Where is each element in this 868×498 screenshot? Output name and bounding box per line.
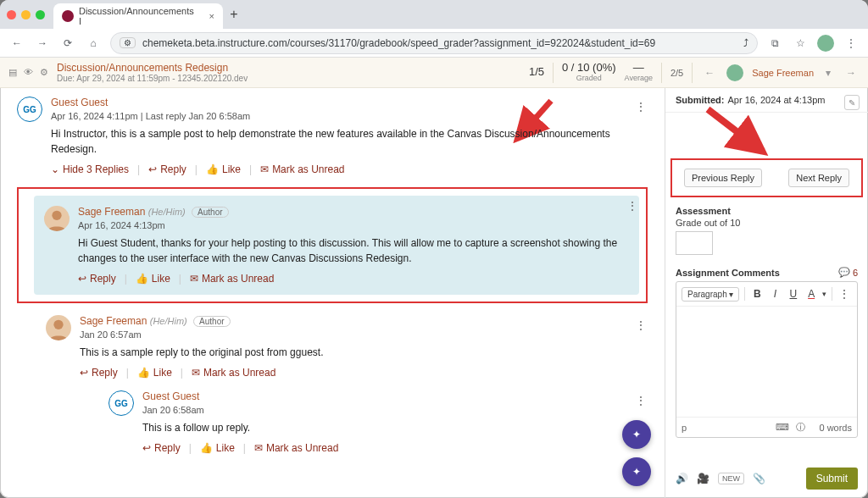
nested-reply-post: GG ⋮ Guest Guest Jan 20 6:58am This is a… (108, 390, 648, 454)
italic-button[interactable]: I (768, 285, 782, 302)
back-button[interactable]: ← (8, 37, 25, 49)
accessibility-checker-icon[interactable]: ⓘ (796, 421, 805, 434)
speedgrader-header: ▤ 👁 ⚙ Discussion/Announcements Redesign … (0, 58, 868, 88)
post-timestamp: Jan 20 6:57am (80, 329, 648, 340)
bold-button[interactable]: B (750, 285, 765, 302)
url-text: chemeketa.beta.instructure.com/courses/3… (142, 37, 655, 49)
keyboard-icon[interactable]: ⌨ (776, 422, 789, 433)
comments-count[interactable]: 💬 6 (838, 267, 858, 278)
mark-unread-button[interactable]: ✉ Mark as Unread (260, 163, 344, 175)
post-menu-icon[interactable]: ⋮ (635, 394, 648, 407)
post-timestamp: Jan 20 6:58am (142, 405, 648, 415)
audio-comment-icon[interactable]: 🔊 (676, 473, 688, 484)
student-name[interactable]: Sage Freeman (752, 68, 814, 78)
avatar[interactable] (44, 206, 70, 231)
reply-button[interactable]: ↩ Reply (80, 367, 118, 379)
maximize-window-icon[interactable] (36, 10, 45, 19)
position-metric: 1/5 (529, 66, 544, 78)
avatar[interactable] (46, 315, 71, 340)
more-tools-icon[interactable]: ⋮ (837, 285, 852, 302)
toggle-replies-button[interactable]: Hide 3 Replies (51, 163, 129, 175)
post-menu-icon[interactable]: ⋮ (635, 100, 648, 113)
avatar[interactable]: GG (108, 390, 134, 416)
mark-unread-button[interactable]: ✉ Mark as Unread (192, 367, 275, 379)
original-post: GG ⋮ Guest Guest Apr 16, 2024 4:11pm | L… (17, 97, 648, 175)
reply-nav-box: Previous Reply Next Reply (670, 158, 863, 197)
submit-button[interactable]: Submit (806, 468, 858, 490)
student-avatar[interactable] (726, 64, 743, 81)
forward-button[interactable]: → (34, 37, 51, 49)
browser-menu-icon[interactable]: ⋮ (843, 37, 860, 49)
author-name[interactable]: Guest Guest (142, 390, 199, 402)
assessment-heading: Assessment (665, 201, 868, 218)
previous-reply-button[interactable]: Previous Reply (684, 169, 762, 187)
author-name[interactable]: Guest Guest (51, 97, 108, 108)
reply-button[interactable]: ↩ Reply (142, 442, 181, 454)
site-settings-icon[interactable]: ⚙ (120, 37, 136, 48)
author-pronouns: (He/Him) (148, 207, 186, 217)
visibility-icon[interactable]: 👁 (24, 67, 33, 78)
extensions-icon[interactable]: ⧉ (766, 37, 783, 49)
post-content: Hi Instructor, this is a sample post to … (51, 126, 648, 157)
chevron-down-icon (51, 163, 59, 175)
post-timestamp: Apr 16, 2024 4:13pm (78, 220, 629, 230)
discussion-pane: GG ⋮ Guest Guest Apr 16, 2024 4:11pm | L… (0, 88, 665, 498)
like-button[interactable]: 👍 Like (136, 273, 170, 285)
tab-title: Discussion/Announcements I (79, 6, 199, 26)
close-tab-icon[interactable]: × (209, 11, 214, 21)
chevron-down-icon: ▾ (729, 290, 733, 299)
like-button[interactable]: 👍 Like (200, 442, 235, 454)
student-dropdown-icon[interactable]: ▾ (822, 67, 834, 79)
favicon-icon (62, 10, 74, 22)
like-button[interactable]: 👍 Like (137, 367, 172, 379)
post-menu-icon[interactable]: ⋮ (626, 199, 639, 213)
window-controls[interactable] (7, 10, 45, 19)
grade-out-of-label: Grade out of 10 (665, 218, 868, 228)
mark-unread-button[interactable]: ✉ Mark as Unread (190, 273, 274, 285)
accessibility-button[interactable]: ✦ (622, 457, 651, 486)
editor-toolbar: Paragraph ▾ B I U A ▾ ⋮ (676, 282, 857, 307)
pin-icon[interactable]: ✎ (844, 95, 860, 110)
bookmark-icon[interactable]: ☆ (792, 37, 809, 49)
chevron-down-icon[interactable]: ▾ (822, 290, 826, 298)
profile-avatar[interactable] (817, 35, 834, 52)
gradebook-icon[interactable]: ▤ (8, 67, 17, 78)
reload-button[interactable]: ⟳ (59, 37, 76, 49)
assignment-title[interactable]: Discussion/Announcements Redesign (57, 62, 248, 74)
home-button[interactable]: ⌂ (85, 37, 102, 49)
text-color-button[interactable]: A (804, 285, 819, 302)
browser-tabstrip: Discussion/Announcements I × + (0, 0, 868, 29)
reply-button[interactable]: ↩ Reply (78, 273, 116, 285)
reply-post: ⋮ Sage Freeman (He/Him) Author Apr 16, 2… (34, 196, 639, 295)
like-button[interactable]: 👍 Like (206, 163, 241, 175)
submission-info: Submitted: Apr 16, 2024 at 4:13pm ✎ (665, 88, 868, 113)
minimize-window-icon[interactable] (21, 10, 31, 19)
address-bar[interactable]: ⚙ chemeketa.beta.instructure.com/courses… (110, 32, 758, 54)
next-reply-button[interactable]: Next Reply (788, 169, 849, 187)
new-tab-button[interactable]: + (223, 7, 245, 22)
prev-student-button[interactable]: ← (701, 67, 718, 79)
close-window-icon[interactable] (7, 10, 16, 19)
comment-editor: Paragraph ▾ B I U A ▾ ⋮ p ⌨ ⓘ (676, 281, 858, 438)
media-comment-icon[interactable]: 🎥 (697, 473, 709, 484)
page-metric: 2/5 (670, 68, 683, 78)
editor-path: p (682, 423, 687, 433)
attach-file-icon[interactable]: 📎 (753, 473, 765, 484)
post-menu-icon[interactable]: ⋮ (635, 318, 648, 332)
comment-textarea[interactable] (676, 307, 857, 417)
author-name[interactable]: Sage Freeman (78, 206, 145, 218)
post-actions: Hide 3 Replies | ↩ Reply | 👍 Like | ✉ Ma… (51, 163, 648, 175)
author-pronouns: (He/Him) (150, 316, 187, 326)
reply-button[interactable]: ↩ Reply (148, 163, 186, 175)
settings-icon[interactable]: ⚙ (40, 67, 48, 78)
share-icon[interactable]: ⤴ (743, 37, 748, 49)
mark-unread-button[interactable]: ✉ Mark as Unread (254, 442, 338, 454)
accessibility-button[interactable]: ✦ (622, 420, 651, 449)
next-student-button[interactable]: → (843, 67, 860, 79)
browser-tab[interactable]: Discussion/Announcements I × (53, 3, 223, 29)
underline-button[interactable]: U (786, 285, 800, 302)
author-name[interactable]: Sage Freeman (80, 315, 147, 327)
block-format-dropdown[interactable]: Paragraph ▾ (682, 287, 739, 302)
avatar[interactable]: GG (17, 97, 42, 122)
grade-input[interactable] (676, 231, 713, 255)
